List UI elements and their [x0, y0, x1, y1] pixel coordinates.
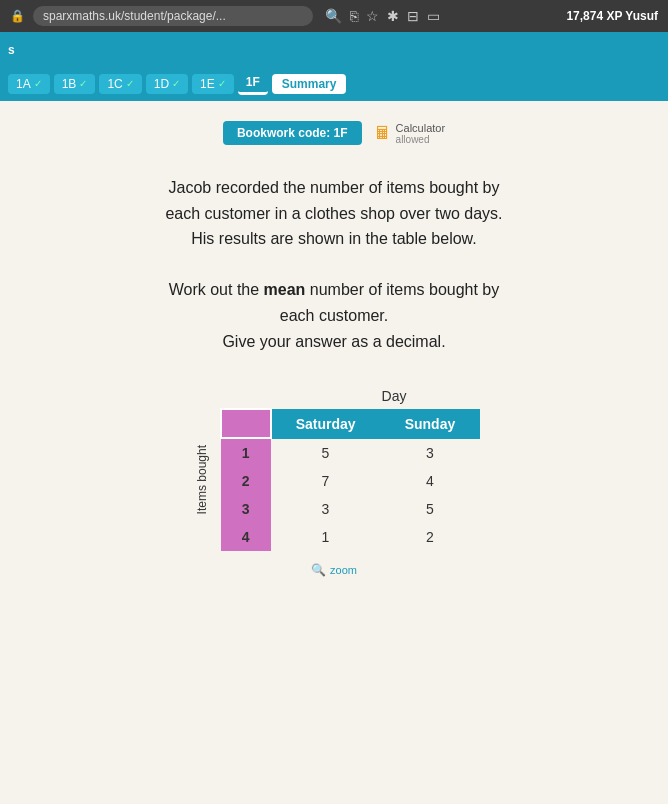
tab-1E[interactable]: 1E ✓ — [192, 74, 234, 94]
question-text: Jacob recorded the number of items bough… — [165, 175, 502, 354]
table-row: 4 1 2 — [221, 523, 480, 551]
tab-1F[interactable]: 1F — [238, 72, 268, 95]
xp-display: 17,874 XP Yusuf — [566, 9, 658, 23]
row-header-4: 4 — [221, 523, 271, 551]
table-section: Day Items bought Saturday Sunday 1 — [188, 388, 481, 577]
calculator-icon: 🖩 — [374, 123, 392, 144]
table-row: 2 7 4 — [221, 467, 480, 495]
zoom-button[interactable]: 🔍 zoom — [311, 563, 357, 577]
browser-bar: 🔒 sparxmaths.uk/student/package/... 🔍 ⎘ … — [0, 0, 668, 32]
tab-1B[interactable]: 1B ✓ — [54, 74, 96, 94]
lock-icon: 🔒 — [10, 9, 25, 23]
tab-bar: 1A ✓ 1B ✓ 1C ✓ 1D ✓ 1E ✓ 1F Summary — [0, 68, 668, 101]
question-line2: Work out the mean number of items bought… — [165, 277, 502, 354]
nav-label: s — [8, 43, 15, 57]
browser-icons: 🔍 ⎘ ☆ ✱ ⊟ ▭ — [325, 8, 440, 24]
th-sunday: Sunday — [380, 409, 480, 438]
search-icon[interactable]: 🔍 — [325, 8, 342, 24]
th-empty — [221, 409, 271, 438]
window-icon[interactable]: ▭ — [427, 8, 440, 24]
top-nav: s — [0, 32, 668, 68]
table-wrapper: Items bought Saturday Sunday 1 5 3 — [188, 408, 481, 551]
tab-1D-check: ✓ — [172, 78, 180, 89]
axis-label-container: Items bought — [188, 408, 216, 551]
axis-label: Items bought — [195, 445, 209, 514]
bookwork-bar: Bookwork code: 1F 🖩 Calculator allowed — [223, 121, 445, 145]
tab-1D-label: 1D — [154, 77, 169, 91]
tab-1D[interactable]: 1D ✓ — [146, 74, 188, 94]
row-header-3: 3 — [221, 495, 271, 523]
cell-sun-4: 2 — [380, 523, 480, 551]
zoom-label: zoom — [330, 564, 357, 576]
mean-word: mean — [264, 281, 306, 298]
row-header-1: 1 — [221, 438, 271, 467]
cell-sat-2: 7 — [271, 467, 380, 495]
tab-1E-check: ✓ — [218, 78, 226, 89]
cell-sun-3: 5 — [380, 495, 480, 523]
tab-1B-check: ✓ — [79, 78, 87, 89]
star-icon[interactable]: ☆ — [366, 8, 379, 24]
tab-1A-check: ✓ — [34, 78, 42, 89]
data-table: Saturday Sunday 1 5 3 2 7 4 — [220, 408, 481, 551]
url-bar[interactable]: sparxmaths.uk/student/package/... — [33, 6, 313, 26]
tab-1C[interactable]: 1C ✓ — [99, 74, 141, 94]
tab-1B-label: 1B — [62, 77, 77, 91]
table-row: 1 5 3 — [221, 438, 480, 467]
table-row: 3 3 5 — [221, 495, 480, 523]
cell-sat-4: 1 — [271, 523, 380, 551]
day-label: Day — [382, 388, 407, 404]
cell-sat-1: 5 — [271, 438, 380, 467]
question-line1: Jacob recorded the number of items bough… — [165, 175, 502, 252]
tab-1E-label: 1E — [200, 77, 215, 91]
tab-1C-label: 1C — [107, 77, 122, 91]
tab-summary[interactable]: Summary — [272, 74, 347, 94]
cell-sun-1: 3 — [380, 438, 480, 467]
zoom-icon: 🔍 — [311, 563, 326, 577]
th-saturday: Saturday — [271, 409, 380, 438]
calculator-label: 🖩 Calculator allowed — [374, 122, 446, 145]
cell-sun-2: 4 — [380, 467, 480, 495]
bookmark-icon[interactable]: ✱ — [387, 8, 399, 24]
tab-1A-label: 1A — [16, 77, 31, 91]
tab-1F-label: 1F — [246, 75, 260, 89]
row-header-2: 2 — [221, 467, 271, 495]
cell-sat-3: 3 — [271, 495, 380, 523]
tab-1A[interactable]: 1A ✓ — [8, 74, 50, 94]
menu-icon[interactable]: ⊟ — [407, 8, 419, 24]
main-content: Bookwork code: 1F 🖩 Calculator allowed J… — [0, 101, 668, 804]
table-header-row: Saturday Sunday — [221, 409, 480, 438]
tab-1C-check: ✓ — [126, 78, 134, 89]
calculator-text: Calculator allowed — [396, 122, 446, 145]
share-icon[interactable]: ⎘ — [350, 8, 358, 24]
bookwork-badge: Bookwork code: 1F — [223, 121, 362, 145]
